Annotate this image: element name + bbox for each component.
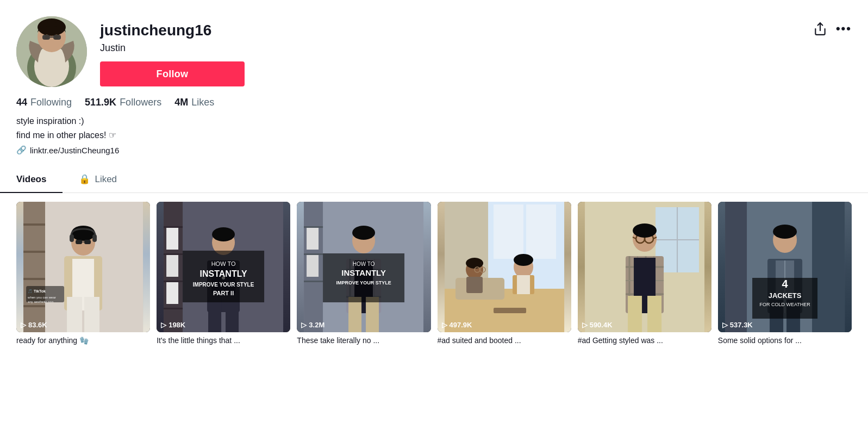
video-thumb-1[interactable]: 🎵 TikTok when you can wear any aesthetic…	[16, 202, 150, 332]
tab-liked[interactable]: 🔒 Liked	[63, 166, 133, 192]
share-icon[interactable]	[813, 22, 827, 39]
play-icon-1: ▷	[21, 321, 26, 329]
svg-text:JACKETS: JACKETS	[769, 291, 802, 300]
video-caption-5: #ad Getting styled was ...	[578, 335, 711, 346]
video-thumb-5[interactable]: ▷ 590.4K	[578, 202, 711, 332]
svg-text:PART II: PART II	[213, 290, 234, 296]
bio-line-1: style inspiration :)	[16, 115, 852, 128]
play-icon-2: ▷	[161, 321, 166, 329]
play-icon-6: ▷	[722, 321, 728, 329]
profile-actions: •••	[813, 22, 852, 39]
svg-rect-60	[307, 255, 319, 277]
more-options-icon[interactable]: •••	[836, 22, 852, 36]
video-views-1: ▷ 83.6K	[21, 321, 47, 329]
svg-text:INSTANTLY: INSTANTLY	[200, 269, 247, 278]
tabs-section: Videos 🔒 Liked	[0, 166, 868, 193]
profile-link[interactable]: 🔗 linktr.ee/JustinCheung16	[16, 145, 852, 155]
svg-point-89	[514, 254, 533, 266]
svg-rect-92	[494, 308, 526, 313]
profile-username: justincheung16	[100, 22, 245, 39]
svg-text:any aesthetic >>>: any aesthetic >>>	[28, 300, 54, 303]
svg-rect-40	[166, 255, 178, 277]
profile-link-url[interactable]: linktr.ee/JustinCheung16	[30, 146, 119, 155]
svg-rect-121	[725, 202, 747, 332]
following-count: 44	[16, 97, 27, 108]
svg-text:INSTANTLY: INSTANTLY	[342, 268, 386, 277]
video-caption-4: #ad suited and booted ...	[438, 335, 571, 346]
video-thumb-2[interactable]: HOW TO INSTANTLY IMPROVE YOUR STYLE PART…	[157, 202, 290, 332]
video-thumb-6[interactable]: 4 JACKETS FOR COLD WEATHER ▷ 537.3K	[718, 202, 852, 332]
avatar	[16, 16, 87, 87]
svg-rect-20	[67, 297, 82, 332]
svg-rect-81	[494, 204, 523, 259]
video-card-3[interactable]: HOW TO INSTANTLY IMPROVE YOUR STYLE ▷ 3.…	[297, 202, 430, 346]
svg-point-74	[352, 226, 375, 240]
svg-rect-57	[304, 253, 323, 255]
svg-rect-39	[166, 228, 178, 250]
lock-icon: 🔒	[79, 173, 90, 185]
play-icon-4: ▷	[442, 321, 447, 329]
svg-text:IMPROVE YOUR STYLE: IMPROVE YOUR STYLE	[193, 282, 254, 288]
profile-info: justincheung16 Justin Follow	[100, 16, 245, 86]
svg-rect-8	[53, 35, 61, 40]
svg-rect-91	[517, 275, 530, 294]
play-icon-5: ▷	[582, 321, 588, 329]
likes-count: 4M	[174, 97, 188, 108]
video-views-2: ▷ 198K	[161, 321, 185, 329]
svg-rect-14	[23, 251, 45, 253]
svg-rect-36	[164, 253, 183, 255]
svg-text:IMPROVE YOUR STYLE: IMPROVE YOUR STYLE	[336, 280, 391, 285]
video-card-1[interactable]: 🎵 TikTok when you can wear any aesthetic…	[16, 202, 150, 346]
profile-header: justincheung16 Justin Follow •••	[16, 16, 852, 87]
svg-text:🎵 TikTok: 🎵 TikTok	[28, 289, 46, 294]
video-views-5: ▷ 590.4K	[582, 321, 613, 329]
svg-rect-7	[42, 35, 50, 40]
play-icon-3: ▷	[301, 321, 307, 329]
svg-rect-15	[23, 278, 45, 280]
video-views-3: ▷ 3.2M	[301, 321, 324, 329]
svg-text:when you can wear: when you can wear	[27, 296, 56, 299]
video-card-2[interactable]: HOW TO INSTANTLY IMPROVE YOUR STYLE PART…	[157, 202, 290, 346]
video-thumb-4[interactable]: ▷ 497.9K	[438, 202, 571, 332]
svg-rect-59	[307, 228, 319, 250]
tab-videos[interactable]: Videos	[0, 166, 63, 192]
video-card-4[interactable]: ▷ 497.9K #ad suited and booted ...	[438, 202, 571, 346]
videos-grid: 🎵 TikTok when you can wear any aesthetic…	[0, 193, 868, 355]
svg-rect-87	[466, 277, 483, 293]
svg-rect-109	[628, 296, 642, 332]
svg-rect-12	[23, 202, 45, 332]
svg-rect-35	[164, 226, 183, 228]
followers-label: Followers	[120, 97, 161, 108]
svg-rect-28	[92, 234, 97, 242]
video-caption-2: It's the little things that ...	[157, 335, 290, 346]
svg-text:4: 4	[782, 278, 788, 290]
video-caption-1: ready for anything 🧤	[16, 335, 150, 346]
video-thumb-3[interactable]: HOW TO INSTANTLY IMPROVE YOUR STYLE ▷ 3.…	[297, 202, 430, 332]
followers-stat[interactable]: 511.9K Followers	[85, 97, 161, 108]
svg-rect-56	[304, 226, 323, 228]
following-stat[interactable]: 44 Following	[16, 97, 72, 108]
video-caption-3: These take literally no ...	[297, 335, 430, 346]
video-card-6[interactable]: 4 JACKETS FOR COLD WEATHER ▷ 537.3K Some…	[718, 202, 852, 346]
video-caption-6: Some solid options for ...	[718, 335, 852, 346]
svg-rect-13	[23, 223, 45, 226]
profile-displayname: Justin	[100, 42, 245, 54]
video-views-6: ▷ 537.3K	[722, 321, 753, 329]
follow-button[interactable]: Follow	[100, 61, 245, 86]
svg-rect-21	[84, 297, 99, 332]
svg-rect-38	[164, 308, 183, 309]
svg-rect-24	[76, 240, 82, 244]
followers-count: 511.9K	[85, 97, 116, 108]
likes-stat[interactable]: 4M Likes	[174, 97, 214, 108]
svg-rect-37	[164, 281, 183, 282]
svg-text:HOW TO: HOW TO	[211, 260, 236, 267]
stats-row: 44 Following 511.9K Followers 4M Likes	[16, 97, 852, 108]
svg-rect-82	[526, 204, 556, 259]
likes-label: Likes	[191, 97, 214, 108]
link-icon: 🔗	[16, 145, 27, 155]
svg-text:HOW TO: HOW TO	[353, 261, 375, 267]
profile-section: justincheung16 Justin Follow ••• 44 Foll…	[0, 0, 868, 166]
video-card-5[interactable]: ▷ 590.4K #ad Getting styled was ...	[578, 202, 711, 346]
tab-liked-label: Liked	[95, 174, 117, 185]
svg-point-47	[212, 227, 235, 241]
